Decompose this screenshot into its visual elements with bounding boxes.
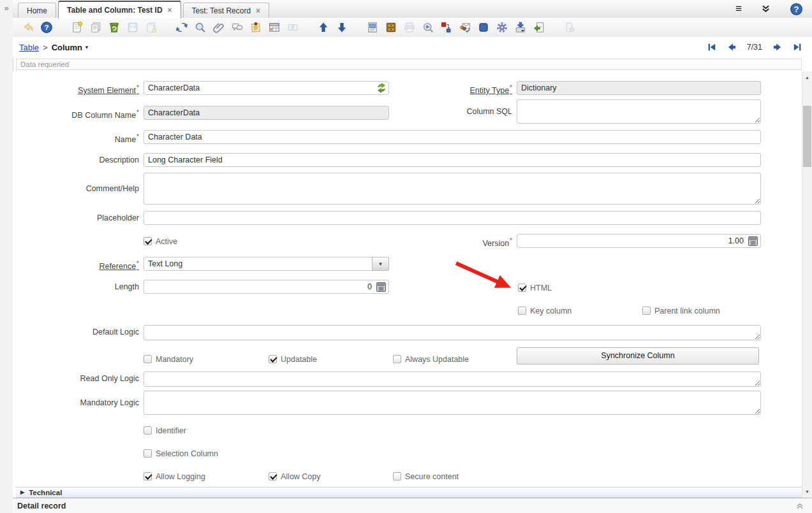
synchronize-column-button[interactable]: Synchronize Column: [517, 347, 759, 365]
placeholder-field[interactable]: [144, 211, 761, 225]
print-preview-icon[interactable]: [420, 20, 436, 36]
tab-test-record[interactable]: Test: Test Record ×: [183, 3, 270, 18]
allow-copy-checkbox[interactable]: Allow Copy: [269, 472, 321, 481]
last-record-icon[interactable]: [792, 42, 803, 52]
comment-help-field[interactable]: [144, 173, 761, 205]
detail-record-icon[interactable]: [334, 20, 350, 36]
reference-label[interactable]: Reference: [13, 257, 139, 271]
read-only-logic-field[interactable]: [144, 372, 761, 387]
system-element-label[interactable]: System Element: [13, 81, 139, 95]
mandatory-checkbox[interactable]: Mandatory: [144, 354, 193, 364]
refresh-icon[interactable]: [173, 20, 189, 36]
reference-field[interactable]: [144, 257, 389, 271]
secure-content-checkbox[interactable]: Secure content: [393, 472, 459, 481]
undo-icon[interactable]: [20, 20, 36, 36]
entity-type-label[interactable]: Entity Type: [386, 81, 512, 95]
technical-section-header[interactable]: ▶ Technical: [16, 487, 802, 498]
west-panel-collapsed: »: [0, 0, 13, 513]
default-logic-label: Default Logic: [13, 325, 139, 339]
default-logic-field[interactable]: [144, 325, 761, 340]
detail-record-label: Detail record: [13, 502, 66, 510]
delete-record-icon[interactable]: [106, 20, 122, 36]
html-checkbox[interactable]: HTML: [518, 283, 552, 293]
calculator-icon[interactable]: [748, 236, 758, 249]
chevron-right-icon: ▶: [20, 489, 24, 495]
close-icon[interactable]: ×: [256, 7, 260, 15]
vertical-scrollbar[interactable]: ▲ ▼: [802, 71, 812, 498]
find-icon[interactable]: [192, 20, 208, 36]
new-record-icon[interactable]: [69, 20, 85, 36]
process-icon[interactable]: [494, 20, 510, 36]
mandatory-logic-field[interactable]: [144, 391, 761, 415]
placeholder-label: Placeholder: [13, 211, 139, 225]
system-element-field[interactable]: [144, 81, 389, 95]
svg-text:?: ?: [44, 23, 48, 31]
checkbox-box: [393, 355, 401, 363]
active-checkbox[interactable]: Active: [144, 236, 177, 246]
exit-icon[interactable]: [531, 20, 547, 36]
menu-icon[interactable]: ≡: [735, 3, 742, 15]
scroll-up-icon[interactable]: ▲: [802, 73, 812, 82]
length-field[interactable]: [144, 280, 389, 294]
close-icon[interactable]: ×: [168, 6, 172, 14]
archive-icon[interactable]: [383, 20, 399, 36]
export-icon[interactable]: [512, 20, 528, 36]
toggle-grid-icon[interactable]: [266, 20, 282, 36]
allow-logging-checkbox[interactable]: Allow Logging: [144, 472, 205, 481]
checkbox-box: [642, 307, 651, 315]
identifier-checkbox[interactable]: Identifier: [144, 426, 186, 435]
length-label: Length: [13, 280, 139, 294]
key-column-checkbox[interactable]: Key column: [518, 306, 572, 315]
name-field[interactable]: [144, 130, 761, 144]
collapse-up-icon[interactable]: [795, 501, 804, 512]
version-field[interactable]: [517, 234, 761, 248]
chat-icon[interactable]: [229, 20, 245, 36]
selection-column-checkbox[interactable]: Selection Column: [144, 449, 218, 458]
collapse-all-icon[interactable]: [761, 4, 771, 13]
updatable-checkbox[interactable]: Updatable: [269, 354, 317, 364]
expand-sidebar-icon[interactable]: »: [0, 3, 13, 13]
request-icon[interactable]: [457, 20, 473, 36]
copy-record-icon[interactable]: [87, 20, 103, 36]
workflow-icon[interactable]: [438, 20, 454, 36]
scroll-down-icon[interactable]: ▼: [802, 487, 812, 496]
checkbox-box: [144, 472, 152, 480]
breadcrumb-parent-link[interactable]: Table: [19, 43, 39, 52]
parent-record-icon[interactable]: [315, 20, 331, 36]
version-label: Version: [386, 234, 512, 248]
first-record-icon[interactable]: [706, 42, 717, 52]
next-record-icon[interactable]: [772, 42, 783, 52]
checkbox-box: [518, 307, 526, 315]
lock-record-icon[interactable]: [475, 20, 491, 36]
column-sql-field[interactable]: [517, 99, 761, 124]
record-navigation: 7/31: [706, 42, 803, 52]
attachment-icon[interactable]: [210, 20, 226, 36]
create-note-icon[interactable]: [247, 20, 263, 36]
reference-dropdown-button[interactable]: ▼: [372, 257, 389, 271]
checkbox-box: [144, 237, 152, 245]
calculator-icon[interactable]: [376, 282, 387, 294]
always-updatable-checkbox[interactable]: Always Updatable: [393, 354, 469, 364]
db-column-name-label: DB Column Name: [13, 106, 139, 120]
description-field[interactable]: [144, 153, 761, 167]
tab-home[interactable]: Home: [18, 3, 56, 18]
tab-table-and-column[interactable]: Table and Column: Test ID ×: [58, 1, 181, 18]
previous-record-icon[interactable]: [727, 42, 737, 52]
tab-table-and-column-label: Table and Column: Test ID: [67, 6, 163, 15]
help-icon[interactable]: ?: [38, 20, 54, 36]
scrollbar-thumb[interactable]: [803, 106, 811, 167]
detail-record-bar[interactable]: Detail record: [13, 498, 812, 513]
active-checkbox-label: Active: [156, 237, 177, 246]
column-sql-label: Column SQL: [386, 105, 512, 119]
tab-test-record-label: Test: Test Record: [192, 6, 251, 15]
save-icon: [124, 20, 140, 36]
parent-link-column-checkbox[interactable]: Parent link column: [642, 306, 720, 315]
status-bar: Data requeried: [16, 59, 802, 70]
allow-logging-checkbox-label: Allow Logging: [156, 472, 205, 481]
report-icon[interactable]: [364, 20, 380, 36]
comment-help-label: Comment/Help: [13, 182, 139, 196]
breadcrumb-current-tab[interactable]: Column ▼: [52, 43, 89, 52]
checkbox-box: [269, 355, 277, 363]
checkbox-box: [518, 284, 526, 292]
help-icon[interactable]: ?: [790, 3, 803, 16]
